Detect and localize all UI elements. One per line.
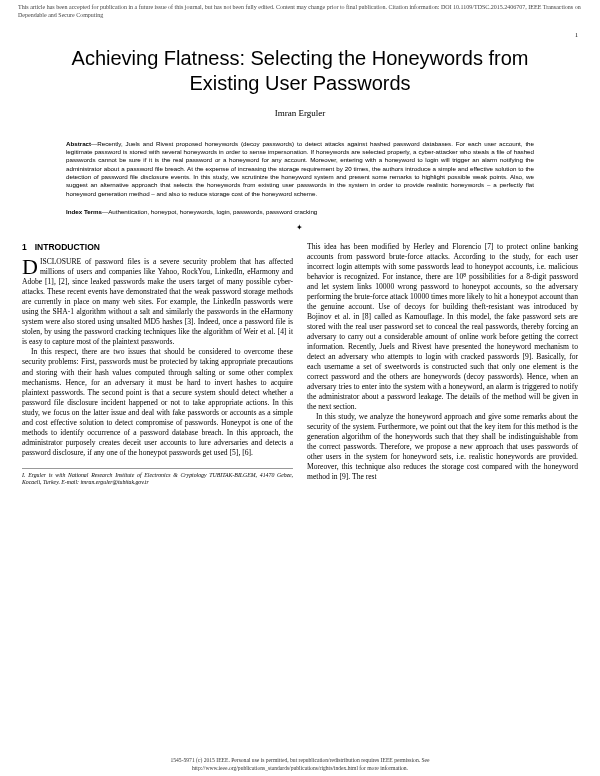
section-title: INTRODUCTION [35,242,100,252]
abstract-text: —Recently, Juels and Rivest proposed hon… [66,140,534,197]
index-terms: Index Terms—Authentication, honeypot, ho… [0,202,600,215]
section-separator: ✦ [0,223,600,232]
footer-line: 1545-5971 (c) 2015 IEEE. Personal use is… [30,757,570,764]
abstract-label: Abstract [66,140,91,147]
drop-cap: D [22,257,40,276]
right-column: This idea has been modified by Herley an… [307,242,578,487]
index-terms-text: —Authentication, honeypot, honeywords, l… [102,208,317,215]
page-number: 1 [575,32,578,38]
section-heading: 1INTRODUCTION [22,242,293,253]
section-number: 1 [22,242,27,252]
two-column-body: 1INTRODUCTION DISCLOSURE of password fil… [0,242,600,487]
paper-title: Achieving Flatness: Selecting the Honeyw… [40,46,560,96]
author-name: Imran Erguler [40,108,560,118]
paragraph: This idea has been modified by Herley an… [307,242,578,412]
acceptance-note: This article has been accepted for publi… [0,0,600,20]
abstract: Abstract—Recently, Juels and Rivest prop… [0,130,600,203]
copyright-footer: 1545-5971 (c) 2015 IEEE. Personal use is… [0,757,600,772]
paragraph: DISCLOSURE of password files is a severe… [22,257,293,347]
index-terms-label: Index Terms [66,208,102,215]
paragraph-text: ISCLOSURE of password files is a severe … [22,257,293,346]
paragraph: In this respect, there are two issues th… [22,347,293,457]
author-affiliation: I. Erguler is with National Research Ins… [22,468,293,487]
footer-line: http://www.ieee.org/publications_standar… [30,765,570,772]
left-column: 1INTRODUCTION DISCLOSURE of password fil… [22,242,293,487]
title-block: Achieving Flatness: Selecting the Honeyw… [0,20,600,130]
paragraph: In this study, we analyze the honeyword … [307,412,578,482]
